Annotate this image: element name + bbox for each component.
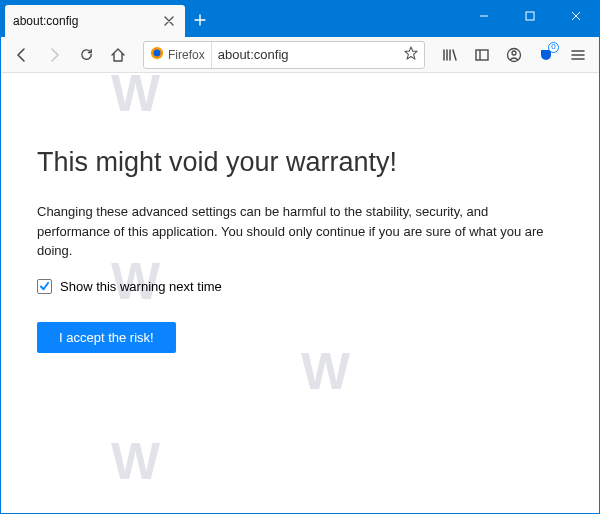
bookmark-star-icon[interactable] xyxy=(404,46,418,63)
navigation-toolbar: Firefox about:config 0 xyxy=(1,37,599,73)
window-controls xyxy=(461,1,599,31)
new-tab-button[interactable] xyxy=(185,5,215,35)
pocket-button[interactable]: 0 xyxy=(531,40,561,70)
url-text: about:config xyxy=(218,47,398,62)
svg-text:W: W xyxy=(111,433,161,490)
identity-label: Firefox xyxy=(168,48,205,62)
accept-risk-button[interactable]: I accept the risk! xyxy=(37,322,176,353)
menu-button[interactable] xyxy=(563,40,593,70)
close-tab-icon[interactable] xyxy=(161,13,177,29)
show-warning-label: Show this warning next time xyxy=(60,279,222,294)
sidebar-button[interactable] xyxy=(467,40,497,70)
pocket-badge: 0 xyxy=(548,42,559,53)
svg-rect-0 xyxy=(526,12,534,20)
watermark: W xyxy=(1,343,7,403)
warning-heading: This might void your warranty! xyxy=(37,147,563,178)
svg-text:W: W xyxy=(111,73,161,122)
page-content: W W W W W This might void your warranty!… xyxy=(1,73,599,513)
reload-button[interactable] xyxy=(71,40,101,70)
watermark: W xyxy=(111,73,177,125)
watermark: W xyxy=(301,343,367,403)
forward-button[interactable] xyxy=(39,40,69,70)
show-warning-checkbox[interactable] xyxy=(37,279,52,294)
tab-title: about:config xyxy=(13,14,78,28)
library-button[interactable] xyxy=(435,40,465,70)
browser-tab[interactable]: about:config xyxy=(5,5,185,37)
identity-box[interactable]: Firefox xyxy=(150,42,212,68)
show-warning-checkbox-row: Show this warning next time xyxy=(37,279,563,294)
firefox-icon xyxy=(150,46,164,63)
svg-point-2 xyxy=(154,50,161,57)
svg-point-6 xyxy=(512,51,516,55)
back-button[interactable] xyxy=(7,40,37,70)
svg-text:W: W xyxy=(301,343,351,400)
minimize-button[interactable] xyxy=(461,1,507,31)
watermark: W xyxy=(111,433,177,493)
svg-rect-3 xyxy=(476,50,488,60)
account-button[interactable] xyxy=(499,40,529,70)
home-button[interactable] xyxy=(103,40,133,70)
window-titlebar: about:config xyxy=(1,1,599,37)
close-window-button[interactable] xyxy=(553,1,599,31)
url-bar[interactable]: Firefox about:config xyxy=(143,41,425,69)
maximize-button[interactable] xyxy=(507,1,553,31)
warning-text: Changing these advanced settings can be … xyxy=(37,202,563,261)
